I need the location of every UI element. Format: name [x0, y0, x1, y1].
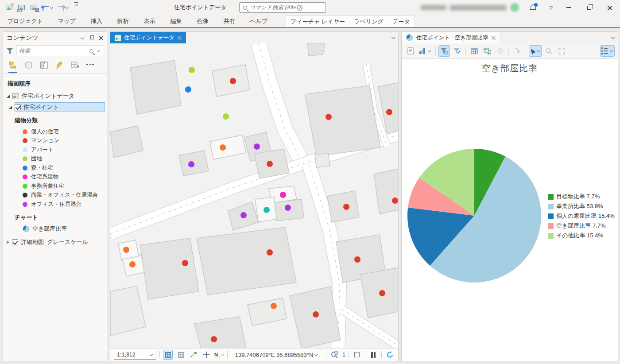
chart-properties-button[interactable]: [405, 46, 416, 56]
snapping-button[interactable]: [189, 350, 198, 360]
legend-symbol[interactable]: [23, 138, 27, 143]
legend-item[interactable]: 個人の住宅: [3, 127, 107, 136]
north-arrow-button[interactable]: N: [214, 350, 224, 360]
filter-by-extent-button[interactable]: [439, 46, 450, 56]
legend-item[interactable]: 住宅系建物: [3, 173, 107, 182]
contextual-ribbon-tab[interactable]: フィーチャ レイヤー: [286, 18, 349, 26]
open-project-button[interactable]: [17, 2, 27, 13]
map-point-kojin[interactable]: [271, 303, 277, 309]
add-to-layout-button[interactable]: [163, 350, 173, 360]
ribbon-tab[interactable]: 画像: [190, 15, 216, 27]
customize-quick-access-button[interactable]: [73, 2, 79, 13]
legend-item[interactable]: アパート: [3, 145, 107, 155]
chart-type-button[interactable]: [418, 46, 432, 56]
help-button[interactable]: ?: [543, 4, 559, 12]
close-panel-icon[interactable]: [99, 36, 103, 40]
map-point-mansion[interactable]: [379, 290, 385, 296]
redo-button[interactable]: [57, 2, 70, 13]
map-point-mansion[interactable]: [386, 109, 392, 115]
map-point-office[interactable]: [254, 143, 260, 150]
notifications-button[interactable]: [530, 4, 537, 11]
grid-button[interactable]: [176, 350, 186, 360]
map-point-mansion[interactable]: [313, 311, 319, 318]
legend-symbol[interactable]: [23, 174, 27, 179]
select-mode-button[interactable]: [529, 46, 541, 56]
tab-by-source-map[interactable]: [40, 62, 48, 73]
panel-menu-chevron[interactable]: [81, 35, 84, 39]
close-chart-tab-icon[interactable]: [492, 36, 496, 40]
refresh-view-button[interactable]: [385, 350, 395, 360]
map-point-mansion[interactable]: [230, 78, 236, 84]
ribbon-tab[interactable]: ヘルプ: [243, 15, 275, 27]
legend-symbol[interactable]: [23, 202, 27, 207]
contextual-ribbon-tab[interactable]: データ: [388, 18, 415, 26]
chart-item-row[interactable]: 空き部屋比率: [3, 224, 107, 234]
refresh-chart-button[interactable]: [482, 46, 492, 56]
scale-combobox[interactable]: 1:1,312: [114, 350, 156, 360]
legend-symbol[interactable]: [23, 156, 27, 161]
map-point-kojin[interactable]: [129, 261, 136, 267]
command-search-box[interactable]: [239, 2, 326, 13]
close-button[interactable]: [600, 0, 620, 15]
chart-body[interactable]: 空き部屋比率 目標物比率 7.7%事業所比率 53.9%個人の家屋比率 15.4…: [402, 59, 618, 361]
legend-item[interactable]: 寮・社宅: [3, 163, 107, 173]
map-point-danchi[interactable]: [223, 113, 229, 120]
map-tabs-overflow-chevron[interactable]: [391, 35, 395, 39]
map-point-mansion[interactable]: [211, 336, 217, 342]
restore-button[interactable]: [579, 0, 600, 15]
account-area[interactable]: [421, 3, 519, 12]
command-search-input[interactable]: [250, 4, 322, 11]
contents-search-box[interactable]: [16, 46, 103, 56]
map-point-danchi[interactable]: [189, 67, 195, 73]
close-map-tab-icon[interactable]: [178, 36, 182, 40]
legend-symbol[interactable]: [23, 193, 27, 197]
save-project-button[interactable]: [29, 2, 39, 13]
chart-legend-item[interactable]: 空き部屋比率 7.7%: [548, 221, 615, 231]
minimize-button[interactable]: [559, 0, 579, 15]
legend-symbol[interactable]: [23, 147, 27, 152]
map-point-mansion[interactable]: [267, 161, 273, 167]
ribbon-tab[interactable]: マップ: [50, 15, 83, 27]
map-point-jimusho[interactable]: [264, 207, 270, 213]
collapsed-icon[interactable]: [7, 240, 9, 244]
pin-icon[interactable]: [90, 35, 93, 41]
crosshair-button[interactable]: [202, 350, 211, 360]
contents-search-input[interactable]: [19, 48, 87, 54]
tab-edit[interactable]: [56, 62, 63, 73]
map-point-kojin[interactable]: [220, 144, 226, 151]
zoom-to-selection-button[interactable]: [329, 350, 339, 360]
map-point-office[interactable]: [285, 205, 291, 211]
map-point-office[interactable]: [240, 212, 247, 218]
chart-legend-button[interactable]: [601, 46, 614, 56]
layer-checkbox[interactable]: [15, 104, 21, 110]
contents-search-chevron[interactable]: [97, 49, 100, 52]
map-point-mansion[interactable]: [326, 114, 332, 120]
chart-legend-item[interactable]: 目標物比率 7.7%: [548, 192, 615, 201]
clip-button[interactable]: [495, 46, 505, 56]
legend-symbol[interactable]: [23, 184, 27, 189]
tab-more[interactable]: [86, 64, 94, 71]
map-point-kojin[interactable]: [123, 247, 129, 253]
tab-data-source[interactable]: [25, 62, 33, 73]
map-point-mansion[interactable]: [392, 197, 398, 204]
map-point-mansion[interactable]: [182, 260, 188, 266]
filter-icon[interactable]: [7, 48, 13, 54]
export-button[interactable]: [512, 46, 523, 56]
basemap-row[interactable]: 詳細地図_グレースケール: [3, 237, 107, 247]
legend-item[interactable]: 事務所兼住宅: [3, 182, 107, 191]
legend-item[interactable]: 商業・オフィス・住居混合: [3, 191, 107, 200]
chart-legend-item[interactable]: 事業所比率 53.9%: [548, 201, 615, 211]
layer-group-row[interactable]: 住宅ポイントデータ: [3, 91, 107, 101]
legend-symbol[interactable]: [23, 166, 27, 170]
ribbon-tab[interactable]: 挿入: [83, 15, 110, 27]
chart-legend-item[interactable]: その他比率 15.4%: [548, 231, 615, 240]
tab-drawing-order[interactable]: [8, 62, 17, 73]
new-project-button[interactable]: [4, 2, 14, 13]
extent-indicator-button[interactable]: [352, 350, 362, 360]
legend-item[interactable]: 団地: [3, 155, 107, 164]
map-point-ryo[interactable]: [185, 86, 191, 93]
expand-icon[interactable]: [9, 106, 12, 109]
tab-snapping[interactable]: [71, 62, 79, 73]
filter-by-selection-button[interactable]: [452, 46, 462, 56]
map-point-mansion[interactable]: [354, 256, 360, 263]
